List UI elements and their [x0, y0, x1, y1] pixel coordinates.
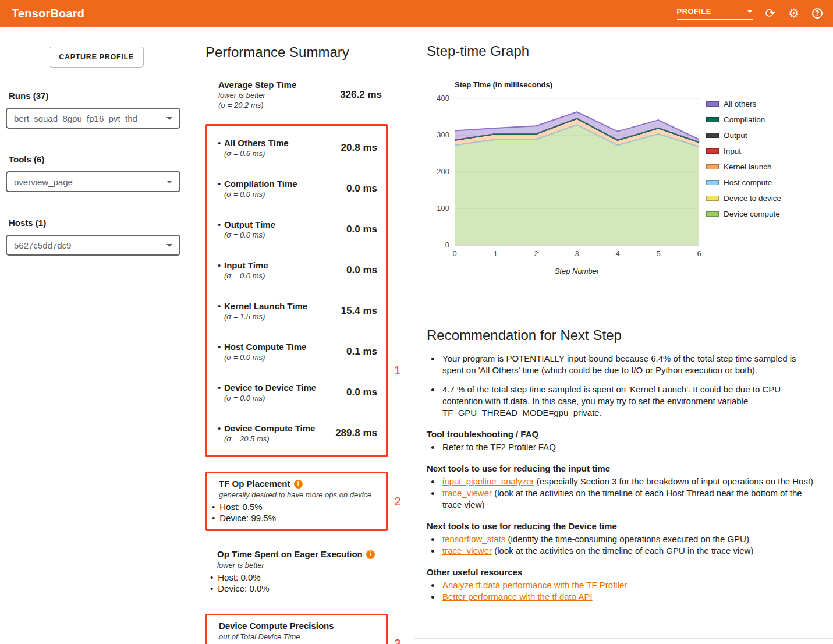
- x-tick-label: 5: [656, 249, 660, 258]
- list-item: trace_viewer (look at the activities on …: [441, 545, 817, 557]
- section-heading: Other useful resources: [427, 567, 817, 578]
- bullet-icon: •: [218, 423, 224, 434]
- metric-sigma: (σ = 20.2 ms): [218, 100, 340, 110]
- sidebar: CAPTURE PROFILE Runs (37) bert_squad_8gp…: [0, 27, 193, 644]
- legend-item: Compilation: [706, 115, 781, 124]
- hosts-dropdown[interactable]: 5627c5dd7dc9: [6, 235, 180, 256]
- item-text: (especially Section 3 for the breakdown …: [534, 476, 813, 486]
- item-link[interactable]: trace_viewer: [442, 488, 492, 498]
- recommendation-card: Recommendation for Next Step Your progra…: [414, 312, 833, 639]
- metric-sigma: (σ = 0.0 ms): [224, 271, 346, 281]
- precisions-title: Device Compute Precisions: [219, 620, 334, 632]
- eager-execution-section: Op Time Spent on Eager Execution i lower…: [205, 549, 388, 594]
- metric-value: 0.1 ms: [346, 346, 377, 358]
- x-tick-label: 2: [534, 249, 538, 258]
- x-tick-label: 6: [697, 249, 701, 258]
- step-time-chart: Step Time (in milliseconds) 010020030040…: [435, 80, 833, 275]
- tf-op-placement-annotation-group: 2 TF Op Placement i generally desired to…: [205, 472, 388, 531]
- gear-icon[interactable]: ⚙: [788, 8, 799, 20]
- legend-label: Device to device: [724, 194, 781, 203]
- reco-section-resources: Other useful resources Analyze tf.data p…: [427, 567, 817, 603]
- item-link[interactable]: input_pipeline_analyzer: [442, 476, 534, 486]
- metric-sigma: (σ = 0.0 ms): [224, 189, 346, 199]
- x-tick-label: 1: [493, 249, 497, 258]
- section-heading: Next tools to use for reducing the Devic…: [427, 521, 817, 532]
- average-step-time-row: Average Step Time lower is better (σ = 2…: [205, 79, 414, 110]
- metric-row: • Device Compute Time (σ = 20.5 ms) 289.…: [207, 413, 386, 454]
- metric-value: 0.0 ms: [346, 387, 377, 398]
- metric-row: • All Others Time (σ = 0.6 ms) 20.8 ms: [207, 128, 386, 168]
- legend-label: Host compute: [724, 178, 772, 187]
- metric-sigma: (σ = 0.6 ms): [224, 148, 341, 158]
- y-tick-label: 400: [437, 94, 449, 102]
- legend-label: Kernel launch: [724, 162, 772, 171]
- metric-sigma: (σ = 0.0 ms): [224, 352, 346, 362]
- list-item: Device: 99.5%: [212, 512, 378, 523]
- metric-label: Device to Device Time: [224, 382, 316, 393]
- chart-area-device-compute: [455, 125, 699, 245]
- device-compute-precisions-box: Device Compute Precisions out of Total D…: [205, 614, 388, 644]
- legend-item: Device compute: [706, 210, 781, 218]
- eager-note: lower is better: [217, 560, 388, 571]
- legend-item: Kernel launch: [706, 162, 781, 171]
- item-text: Refer to the TF2 Profiler FAQ: [442, 442, 556, 452]
- help-icon[interactable]: ?: [812, 8, 823, 19]
- eager-title: Op Time Spent on Eager Execution: [217, 549, 363, 560]
- reco-section-device-time: Next tools to use for reducing the Devic…: [427, 521, 817, 557]
- chart-legend: All othersCompilationOutputInputKernel l…: [706, 100, 781, 263]
- metric-label: Average Step Time: [218, 79, 340, 90]
- metric-sigma: (σ = 20.5 ms): [224, 434, 335, 444]
- item-link[interactable]: Better performance with the tf.data API: [442, 592, 593, 601]
- metric-label: Compilation Time: [224, 178, 297, 189]
- performance-summary-panel: Performance Summary Average Step Time lo…: [193, 27, 414, 644]
- stacked-area-chart: 01002003004000123456: [435, 91, 704, 263]
- metric-value: 0.0 ms: [346, 264, 377, 276]
- legend-item: Host compute: [706, 178, 781, 187]
- metric-value: 289.8 ms: [335, 427, 377, 439]
- info-icon[interactable]: i: [294, 480, 303, 489]
- legend-label: Input: [724, 147, 741, 155]
- x-tick-label: 0: [452, 249, 456, 258]
- precisions-note: out of Total Device Time: [219, 632, 378, 642]
- item-link[interactable]: trace_viewer: [442, 546, 492, 555]
- performance-summary-title: Performance Summary: [205, 44, 414, 61]
- chart-x-axis-label: Step Number: [455, 267, 699, 275]
- list-item: tensorflow_stats (identify the time-cons…: [441, 533, 817, 545]
- info-icon[interactable]: i: [366, 550, 375, 559]
- metric-row: • Output Time (σ = 0.0 ms) 0.0 ms: [207, 209, 386, 250]
- tools-dropdown[interactable]: overview_page: [6, 171, 180, 192]
- tf-op-placement-note: generally desired to have more ops on de…: [219, 490, 378, 500]
- app-title: TensorBoard: [12, 7, 84, 20]
- legend-label: Device compute: [724, 210, 780, 218]
- tf-op-placement-box: TF Op Placement i generally desired to h…: [205, 472, 388, 531]
- capture-profile-button[interactable]: CAPTURE PROFILE: [49, 47, 144, 68]
- runs-dropdown[interactable]: bert_squad_8gpu_fp16_pvt_thd: [6, 108, 180, 129]
- legend-swatch-device-to-device: [706, 196, 719, 201]
- x-tick-label: 4: [615, 249, 619, 258]
- item-text: (identify the time-consuming operations …: [505, 534, 749, 544]
- metric-row: • Host Compute Time (σ = 0.0 ms) 0.1 ms: [207, 331, 386, 372]
- metric-sigma: (σ = 1.5 ms): [224, 312, 341, 321]
- chevron-down-icon: [747, 10, 753, 13]
- legend-item: All others: [706, 100, 781, 108]
- step-time-graph-card: Step-time Graph Step Time (in millisecon…: [414, 27, 833, 312]
- metric-label: All Others Time: [224, 137, 289, 148]
- metric-label: Host Compute Time: [224, 341, 306, 352]
- list-item: Host: 0.0%: [210, 572, 388, 583]
- right-panel: Step-time Graph Step Time (in millisecon…: [414, 27, 833, 644]
- reload-icon[interactable]: ⟳: [765, 8, 776, 20]
- metric-sigma: (σ = 0.0 ms): [224, 393, 346, 403]
- dashboard-select[interactable]: PROFILE: [677, 7, 753, 20]
- item-link[interactable]: Analyze tf.data performance with the TF …: [442, 580, 627, 590]
- legend-swatch-compilation: [706, 117, 719, 122]
- metric-label: Input Time: [224, 260, 268, 271]
- hosts-label: Hosts (1): [9, 218, 193, 228]
- annotation-number-2: 2: [394, 494, 401, 508]
- step-time-breakdown-box: • All Others Time (σ = 0.6 ms) 20.8 ms •…: [205, 124, 388, 457]
- item-text: (look at the activities on the timeline …: [492, 546, 753, 555]
- reco-section-input-time: Next tools to use for reducing the input…: [427, 463, 817, 511]
- item-link[interactable]: tensorflow_stats: [442, 534, 505, 544]
- legend-label: Output: [724, 131, 747, 140]
- section-heading: Next tools to use for reducing the input…: [427, 463, 817, 475]
- chevron-down-icon: [166, 244, 172, 247]
